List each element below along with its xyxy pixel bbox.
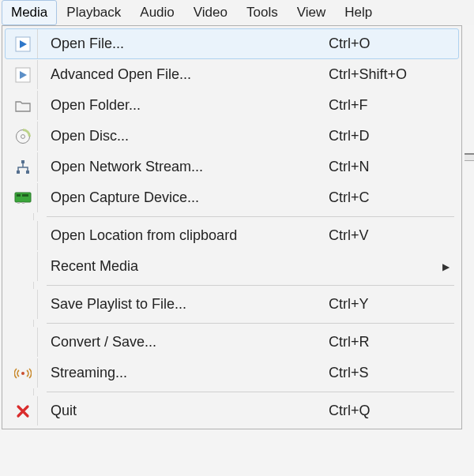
menu-item-label: Open Folder... xyxy=(51,97,329,114)
svg-rect-11 xyxy=(22,194,28,197)
menu-item-convert-save[interactable]: Convert / Save... Ctrl+R xyxy=(5,327,459,358)
disc-icon xyxy=(15,129,31,144)
menu-item-quit[interactable]: Quit Ctrl+Q xyxy=(5,395,459,426)
network-icon xyxy=(15,159,31,175)
menu-item-open-disc[interactable]: Open Disc... Ctrl+D xyxy=(5,121,459,152)
svg-rect-10 xyxy=(17,194,21,197)
menubar-label: Audio xyxy=(140,5,174,21)
menu-item-accel: Ctrl+S xyxy=(329,365,439,381)
menu-item-label: Open Capture Device... xyxy=(51,189,329,206)
menu-item-advanced-open-file[interactable]: Advanced Open File... Ctrl+Shift+O xyxy=(5,59,459,90)
menu-item-label: Convert / Save... xyxy=(51,334,329,350)
menu-separator xyxy=(5,388,459,395)
svg-rect-12 xyxy=(17,202,20,204)
menu-item-open-file[interactable]: Open File... Ctrl+O xyxy=(5,28,459,59)
menu-item-label: Quit xyxy=(51,403,329,419)
menu-item-accel: Ctrl+Q xyxy=(329,403,439,419)
capture-card-icon xyxy=(14,192,32,204)
menu-item-accel: Ctrl+Y xyxy=(329,296,439,313)
menu-item-label: Open Network Stream... xyxy=(51,159,329,175)
svg-point-14 xyxy=(21,372,24,375)
menu-item-label: Streaming... xyxy=(51,365,329,381)
svg-point-5 xyxy=(21,134,25,138)
menubar-label: Tools xyxy=(246,5,278,21)
play-file-icon xyxy=(15,67,31,83)
close-icon xyxy=(16,404,30,418)
menu-item-label: Open File... xyxy=(51,36,329,52)
menu-item-recent-media[interactable]: Recent Media ▶ xyxy=(5,251,459,282)
menu-item-accel: Ctrl+R xyxy=(329,334,439,350)
menubar: Media Playback Audio Video Tools View He… xyxy=(0,0,474,25)
background-panel-edge xyxy=(465,153,474,161)
media-menu-dropdown: Open File... Ctrl+O Advanced Open File..… xyxy=(2,25,462,429)
menubar-label: Media xyxy=(11,5,47,21)
menubar-label: Video xyxy=(194,5,228,21)
menu-item-accel: Ctrl+D xyxy=(329,128,439,144)
submenu-arrow-icon: ▶ xyxy=(442,261,450,272)
menubar-label: View xyxy=(297,5,326,21)
svg-rect-7 xyxy=(17,171,20,174)
menubar-item-view[interactable]: View xyxy=(288,0,336,25)
streaming-icon xyxy=(14,367,32,380)
menu-item-accel: Ctrl+Shift+O xyxy=(329,66,439,83)
menu-item-accel: Ctrl+C xyxy=(329,189,439,206)
menubar-item-tools[interactable]: Tools xyxy=(237,0,288,25)
menu-separator xyxy=(5,282,459,289)
menubar-label: Help xyxy=(344,5,372,21)
menubar-item-playback[interactable]: Playback xyxy=(57,0,130,25)
menu-item-label: Recent Media xyxy=(51,258,329,275)
menu-item-label: Advanced Open File... xyxy=(51,66,329,83)
menu-separator xyxy=(5,320,459,327)
svg-rect-9 xyxy=(15,193,31,202)
menubar-label: Playback xyxy=(66,5,121,21)
menubar-item-media[interactable]: Media xyxy=(2,0,57,25)
menu-item-open-folder[interactable]: Open Folder... Ctrl+F xyxy=(5,90,459,121)
folder-icon xyxy=(15,99,31,113)
menubar-item-audio[interactable]: Audio xyxy=(130,0,183,25)
menu-item-accel: Ctrl+F xyxy=(329,97,439,114)
svg-rect-6 xyxy=(21,160,24,163)
svg-rect-8 xyxy=(26,171,29,174)
menu-item-label: Open Location from clipboard xyxy=(51,227,329,244)
menu-item-open-location-clipboard[interactable]: Open Location from clipboard Ctrl+V xyxy=(5,220,459,251)
menubar-item-video[interactable]: Video xyxy=(184,0,237,25)
menu-item-label: Save Playlist to File... xyxy=(51,296,329,313)
menu-item-accel: Ctrl+V xyxy=(329,227,439,244)
menu-separator xyxy=(5,213,459,220)
menubar-item-help[interactable]: Help xyxy=(335,0,382,25)
menu-item-accel: Ctrl+O xyxy=(329,36,439,52)
menu-item-accel: Ctrl+N xyxy=(329,159,439,175)
svg-rect-13 xyxy=(22,202,24,204)
menu-item-open-network-stream[interactable]: Open Network Stream... Ctrl+N xyxy=(5,152,459,182)
play-file-icon xyxy=(15,36,31,52)
menu-item-label: Open Disc... xyxy=(51,128,329,144)
menu-item-streaming[interactable]: Streaming... Ctrl+S xyxy=(5,358,459,388)
menu-item-save-playlist[interactable]: Save Playlist to File... Ctrl+Y xyxy=(5,289,459,320)
menu-item-open-capture-device[interactable]: Open Capture Device... Ctrl+C xyxy=(5,182,459,213)
